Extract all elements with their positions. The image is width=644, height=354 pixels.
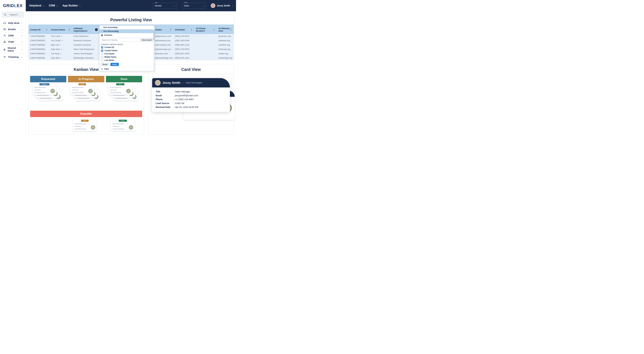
sort-asc[interactable]: ↑Sort Ascending [100,26,154,29]
topbar: Helpdesk⌄ CRM⌄ App Builder⌄ App Models ⌄… [26,0,236,11]
select-value: Models [155,4,162,7]
sidebar-item-helpdesk[interactable]: Help desk ⌄ [2,20,24,26]
topnav-app-builder[interactable]: App Builder⌄ [62,4,80,7]
chevron-down-icon: ⌄ [21,48,23,50]
avatar [211,4,215,8]
svg-point-0 [4,14,6,15]
mail-icon [3,28,6,30]
column-search-input[interactable] [101,38,139,42]
clear-search-button[interactable]: Clear search [140,38,153,42]
field-checkbox[interactable]: Contact ID [100,46,154,49]
field-checkbox[interactable]: Last Name [100,58,154,62]
user-menu[interactable]: Jessy Smith ⌄ [211,4,233,8]
entity-select[interactable]: Entity Zolan ⌄ [182,3,206,8]
card-field: Renewal DateApr 29, 2024 04:00 PM [156,105,226,109]
sidebar-item-label: ITSM [8,40,14,43]
kanban-column-header: In Progress [68,76,104,82]
menu-icon[interactable]: ⋮ [95,28,98,31]
kanban-panel: Kanban View Requested Ongoing Ongoing On… [28,64,144,134]
col-emails[interactable]: All Emails⋮ [174,25,194,34]
app-select[interactable]: App Models ⌄ [153,3,177,8]
link-icon[interactable]: ⧉ [62,40,63,42]
field-checkbox[interactable]: Contact Name [100,49,154,52]
menu-icon[interactable]: ⋮ [190,28,193,31]
share-icon [3,48,6,51]
chevron-down-icon: ⌄ [21,56,23,58]
chevron-down-icon: ⌄ [21,22,23,24]
avatar [91,125,95,130]
avatar [129,125,133,130]
card-company: Zolan Technologies [186,82,202,84]
kanban-column-header: Requested [30,76,66,82]
avatar [50,89,55,93]
menu-icon[interactable]: ⋮ [230,28,232,31]
columns-icon: ▥ [101,34,103,36]
card-field: Emailjessysmith@zolan.com [156,94,226,98]
reset-button[interactable]: Reset [101,63,109,66]
column-context-menu: ↑Sort Ascending ↓Sort Descending ▥Column… [99,25,155,71]
col-contact-name[interactable]: Contact Name⋮ [50,25,72,34]
menu-icon[interactable]: ⋮ [68,28,70,31]
org-icon [3,40,6,43]
chevron-down-icon: ⌄ [56,5,58,6]
sidebar-item-ticketing[interactable]: Ticketing ⌄ [2,54,24,60]
link-icon[interactable]: ⧉ [60,57,62,59]
card-field: Phone+1 (555) 123-4567 [156,98,226,101]
sidebar-item-shared-inbox[interactable]: Shared Inbox ⌄ [2,45,24,54]
kanban-card[interactable]: WIP [70,83,94,95]
search-icon [4,13,8,16]
chevron-down-icon: ⌄ [79,5,80,6]
svg-rect-6 [4,41,5,42]
link-icon[interactable]: ⧉ [61,35,62,37]
headset-icon [3,22,6,24]
chevron-down-icon: ⌄ [21,40,23,43]
topnav-crm[interactable]: CRM⌄ [49,4,58,7]
svg-point-5 [4,35,5,36]
filter-toggle[interactable]: ▼Filter [100,67,154,71]
sidebar: GRIDLEX Help desk ⌄ Emails ⌄ CRM ⌄ [0,0,26,142]
svg-rect-8 [5,42,6,43]
col-contact-id[interactable]: Contact ID⋮ [28,25,50,34]
sidebar-item-emails[interactable]: Emails ⌄ [2,26,24,32]
menu-icon[interactable]: ⋮ [213,28,215,31]
expedite-banner: Expedite [30,111,142,117]
link-icon[interactable]: ⧉ [61,48,62,50]
chevron-down-icon: ⌄ [174,5,175,6]
kanban-column-header: Done [106,76,142,82]
select-label: App [154,2,158,4]
field-checkbox[interactable]: First Name [100,52,154,56]
topnav-helpdesk[interactable]: Helpdesk⌄ [29,4,44,7]
search-input[interactable] [10,13,22,16]
columns-toggle[interactable]: ▥Columns [100,33,154,37]
menu-icon[interactable]: ⋮ [46,28,48,31]
kanban-card[interactable]: WIP [73,120,97,131]
ticket-icon [3,56,6,58]
kanban-card[interactable]: Ongoing [32,83,56,95]
scrollbar[interactable] [153,26,154,71]
menu-icon[interactable]: ⋮ [170,28,172,31]
chevron-down-icon: ⌄ [43,5,44,6]
sidebar-item-itsm[interactable]: ITSM ⌄ [2,39,24,45]
apply-button[interactable]: Apply [110,63,119,66]
contact-card[interactable]: Jessy Smith - Zolan Technologies TitleSa… [152,78,230,112]
col-websites[interactable]: All Website links⋮ [217,25,234,34]
kanban-card[interactable]: Done [111,120,135,131]
field-checkbox[interactable]: Middle Name [100,56,154,58]
col-org[interactable]: Affiliated Organizations ⋮ ↑Sort Ascendi… [72,25,99,34]
select-label: Entity [183,2,188,4]
svg-rect-7 [4,42,4,43]
sidebar-search[interactable] [2,12,24,18]
arrow-down-icon: ↓ [101,30,102,32]
link-icon[interactable]: ⧉ [60,53,61,54]
chevron-down-icon: ⌄ [21,34,23,36]
card-field: TitleSales Manager [156,90,226,94]
col-phones[interactable]: All Phone Numbers⋮ [194,25,217,34]
cardview-panel: Card View Jessy Smith [148,64,234,134]
sidebar-item-label: Help desk [8,22,20,24]
sort-desc[interactable]: ↓Sort Descending [100,29,154,33]
listing-panel: Powerful Listing View Contact ID⋮ Contac… [28,14,234,60]
kanban-card[interactable]: Done [108,83,132,95]
link-icon[interactable]: ⧉ [60,44,61,46]
logo: GRIDLEX [2,2,24,12]
sidebar-item-crm[interactable]: CRM ⌄ [2,32,24,39]
